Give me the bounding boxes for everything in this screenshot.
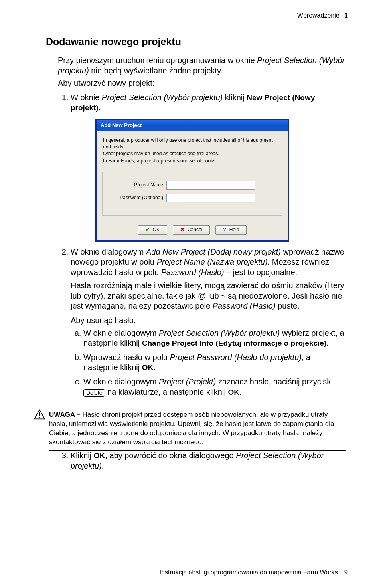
page-header: Wprowadzenie 1 — [297, 12, 348, 19]
button-label: Help — [229, 227, 239, 233]
button-label: OK — [153, 227, 160, 233]
substep-b: Wprowadź hasło w polu Project Password (… — [83, 352, 346, 373]
substep-c: W oknie dialogowym Project (Projekt) zaz… — [83, 377, 346, 397]
warning-icon — [34, 407, 49, 451]
text: . — [153, 363, 156, 372]
dialog-fields-group: Project Name Password (Optional) — [102, 172, 282, 216]
input-project-name[interactable] — [166, 181, 255, 190]
label-password: Password (Optional) — [111, 195, 166, 201]
input-password[interactable] — [166, 194, 255, 202]
dialog-info-line: In general, a producer will only use one… — [103, 137, 282, 151]
header-title: Wprowadzenie — [297, 12, 340, 19]
dialog-info: In general, a producer will only use one… — [97, 131, 288, 169]
delete-keycap: Delete — [83, 389, 105, 397]
button-label: Cancel — [188, 227, 202, 233]
text: . — [239, 388, 242, 396]
dialog-add-new-project: Add New Project In general, a producer w… — [95, 119, 289, 242]
text: Wprowadź hasło w polu — [83, 353, 170, 362]
text: nie będą wyświetlane żadne projekty. — [89, 66, 223, 75]
text: – jest to opcjonalne. — [224, 268, 297, 277]
text-italic: Project Selection (Wybór projektu) — [102, 93, 223, 102]
ui-label: OK — [228, 388, 239, 396]
step-3: Kliknij OK, aby powrócić do okna dialogo… — [71, 451, 346, 471]
section-title: Dodawanie nowego projektu — [46, 36, 346, 48]
header-chapter: 1 — [344, 12, 348, 19]
step-1: W oknie Project Selection (Wybór projekt… — [71, 93, 346, 242]
text: na klawiaturze, a następnie kliknij — [105, 388, 228, 396]
svg-point-2 — [39, 417, 40, 418]
remove-password-lead: Aby usunąć hasło: — [71, 315, 346, 326]
footer-title: Instrukcja obsługi oprogramowania do map… — [160, 569, 338, 576]
text: . — [99, 103, 101, 112]
ui-label: OK — [142, 363, 154, 372]
caution-block: UWAGA – Hasło chroni projekt przed dostę… — [34, 407, 346, 451]
password-rules: Hasła rozróżniają małe i wielkie litery,… — [71, 281, 346, 311]
text-italic: Project Name (Nazwa projektu) — [157, 257, 268, 266]
question-icon: ? — [223, 227, 226, 233]
text: puste. — [276, 301, 300, 310]
text-italic: Project Selection (Wybór projektu) — [159, 329, 280, 337]
ui-label: OK — [94, 451, 105, 460]
substep-a: W oknie dialogowym Project Selection (Wy… — [83, 328, 346, 348]
text: zaznacz hasło, naciśnij przycisk — [216, 377, 331, 386]
text: W oknie dialogowym — [83, 377, 159, 386]
caution-body: Hasło chroni projekt przed dostępem osób… — [49, 411, 334, 446]
page-footer: Instrukcja obsługi oprogramowania do map… — [160, 569, 348, 576]
ui-label: Change Project Info (Edytuj informacje o… — [142, 339, 326, 347]
dialog-info-line: In Farm Funds, a project represents one … — [103, 158, 282, 164]
text-italic: Project (Projekt) — [159, 377, 216, 386]
text: Przy pierwszym uruchomieniu oprogramowan… — [58, 56, 257, 65]
cancel-button[interactable]: ✖ Cancel — [173, 225, 210, 234]
intro-paragraph: Przy pierwszym uruchomieniu oprogramowan… — [58, 55, 346, 76]
check-icon: ✔ — [146, 227, 150, 233]
text: Hasła rozróżniają małe i wielkie litery,… — [71, 281, 344, 310]
text: W oknie dialogowym — [71, 247, 146, 256]
text: . — [102, 461, 104, 470]
text: , aby powrócić do okna dialogowego — [105, 451, 236, 460]
dialog-titlebar: Add New Project — [97, 120, 288, 131]
text: W oknie — [71, 93, 102, 102]
close-icon: ✖ — [180, 227, 184, 233]
page-number: 9 — [344, 569, 348, 576]
text-italic: Add New Project (Dodaj nowy projekt) — [146, 247, 281, 256]
text: kliknij — [223, 93, 247, 102]
step-2: W oknie dialogowym Add New Project (Doda… — [71, 247, 346, 398]
ok-button[interactable]: ✔ OK — [138, 225, 167, 234]
caution-lead: UWAGA – — [49, 411, 82, 418]
dialog-info-line: Other projects may be used as practice a… — [103, 150, 282, 157]
text-italic: Password (Hasło) — [161, 268, 224, 277]
text-italic: Project Password (Hasło do projektu) — [170, 353, 302, 362]
text: . — [326, 339, 329, 347]
text: Kliknij — [71, 451, 94, 460]
help-button[interactable]: ? Help — [215, 225, 247, 234]
lead-paragraph: Aby utworzyć nowy projekt: — [58, 78, 346, 89]
text-italic: Password (Hasło) — [213, 301, 276, 310]
text: W oknie dialogowym — [83, 329, 159, 337]
label-project-name: Project Name — [111, 182, 166, 188]
